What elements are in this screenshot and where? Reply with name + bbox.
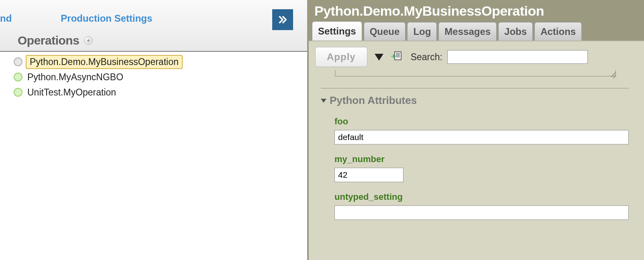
operations-list: Python.Demo.MyBusinessOperation Python.M… xyxy=(0,52,307,100)
status-dot-icon xyxy=(14,73,22,81)
field-label: foo xyxy=(334,116,629,127)
field-label: untyped_setting xyxy=(334,192,629,202)
detail-title: Python.Demo.MyBusinessOperation xyxy=(309,0,644,21)
right-panel: Python.Demo.MyBusinessOperation Settings… xyxy=(307,0,644,260)
operations-title: Operations xyxy=(18,34,79,47)
resize-handle-icon[interactable] xyxy=(609,71,616,77)
breadcrumb: nd Production Settings xyxy=(0,13,307,24)
production-settings-link[interactable]: Production Settings xyxy=(61,13,152,24)
expand-right-button[interactable] xyxy=(272,9,293,30)
status-dot-icon xyxy=(14,88,22,97)
settings-panel: Apply Search: xyxy=(309,41,644,260)
caret-down-icon xyxy=(321,99,326,103)
chevron-double-right-icon xyxy=(278,15,287,24)
operations-heading: Operations + xyxy=(18,34,93,47)
operation-item[interactable]: Python.MyAsyncNGBO xyxy=(14,69,307,85)
export-icon[interactable] xyxy=(391,51,402,63)
tab-jobs[interactable]: Jobs xyxy=(498,22,533,41)
previous-section-fragment xyxy=(335,70,616,77)
field-untyped-setting: untyped_setting xyxy=(334,192,629,220)
tab-log[interactable]: Log xyxy=(407,22,437,41)
apply-button[interactable]: Apply xyxy=(315,47,367,67)
tab-strip: Settings Queue Log Messages Jobs Actions xyxy=(309,21,644,41)
operation-item[interactable]: Python.Demo.MyBusinessOperation xyxy=(14,54,307,69)
dropdown-triangle-icon[interactable] xyxy=(375,54,383,61)
tab-settings[interactable]: Settings xyxy=(312,21,362,41)
search-input[interactable] xyxy=(447,50,588,64)
status-dot-icon xyxy=(14,57,22,66)
section-title: Python Attributes xyxy=(330,94,417,107)
foo-input[interactable] xyxy=(334,130,629,144)
operation-label: Python.MyAsyncNGBO xyxy=(26,71,126,83)
breadcrumb-fragment: nd xyxy=(0,13,12,24)
operation-label: UnitTest.MyOperation xyxy=(26,86,119,99)
field-foo: foo xyxy=(334,116,629,144)
settings-toolbar: Apply Search: xyxy=(309,41,644,70)
operation-label: Python.Demo.MyBusinessOperation xyxy=(26,55,183,69)
untyped-setting-input[interactable] xyxy=(334,205,629,220)
add-operation-button[interactable]: + xyxy=(84,36,93,45)
python-attributes-section: Python Attributes foo my_number untyped_… xyxy=(321,88,629,220)
field-my-number: my_number xyxy=(334,154,629,182)
tab-actions[interactable]: Actions xyxy=(534,22,582,41)
my-number-input[interactable] xyxy=(334,168,404,182)
tab-queue[interactable]: Queue xyxy=(364,22,406,41)
left-header: nd Production Settings Operations + xyxy=(0,0,307,52)
search-label: Search: xyxy=(411,52,442,63)
tab-messages[interactable]: Messages xyxy=(438,22,497,41)
left-panel: nd Production Settings Operations + Pyth… xyxy=(0,0,307,260)
operation-item[interactable]: UnitTest.MyOperation xyxy=(14,85,307,100)
search-group: Search: xyxy=(411,50,639,64)
field-label: my_number xyxy=(334,154,629,165)
section-toggle[interactable]: Python Attributes xyxy=(321,94,629,107)
